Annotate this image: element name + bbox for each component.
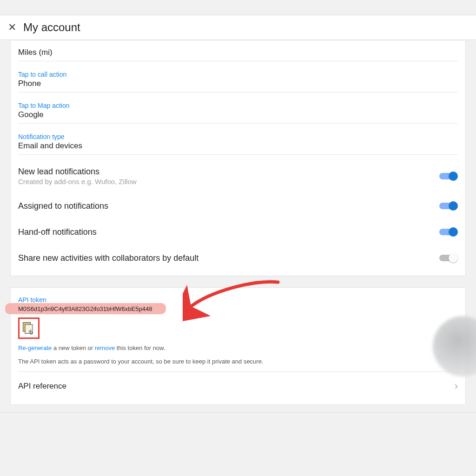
tap-to-map-field[interactable]: Tap to Map action Google: [18, 93, 458, 124]
regenerate-link[interactable]: Re-generate: [18, 344, 52, 351]
distance-unit-field[interactable]: Miles (mi): [18, 43, 458, 61]
tap-to-call-value: Phone: [18, 79, 458, 88]
token-security-note: The API token acts as a password to your…: [18, 358, 458, 371]
notification-type-value: Email and devices: [18, 141, 458, 151]
share-toggle[interactable]: [439, 252, 458, 264]
assigned-notifications-row: Assigned to notifications: [18, 189, 458, 215]
new-lead-notifications-row: New lead notifications Created by add-on…: [18, 155, 458, 189]
api-token-value: M0S6d1p3n9C4yfl3A823G2ifo31bHfW6xbE5p448: [18, 305, 152, 312]
distance-unit-value: Miles (mi): [18, 48, 458, 57]
tap-to-map-value: Google: [18, 110, 458, 119]
handoff-notifications-row: Hand-off notifications: [18, 215, 458, 241]
copy-icon: [21, 321, 36, 336]
share-title: Share new activities with collaborators …: [18, 253, 198, 263]
close-icon[interactable]: ✕: [6, 21, 19, 33]
api-reference-label: API reference: [18, 382, 66, 391]
api-token-card: API token M0S6d1p3n9C4yfl3A823G2ifo31bHf…: [10, 287, 466, 405]
tap-to-map-label: Tap to Map action: [18, 102, 458, 109]
page-title: My account: [23, 21, 80, 34]
handoff-title: Hand-off notifications: [18, 227, 97, 237]
tap-to-call-label: Tap to call action: [18, 71, 458, 78]
notification-type-field[interactable]: Notification type Email and devices: [18, 124, 458, 155]
api-token-label: API token: [18, 296, 458, 304]
handoff-toggle[interactable]: [439, 226, 458, 238]
assigned-title: Assigned to notifications: [18, 201, 108, 211]
settings-card: Miles (mi) Tap to call action Phone Tap …: [10, 40, 466, 276]
token-hint-line: Re-generate a new token or remove this t…: [18, 344, 458, 351]
page-header: ✕ My account: [0, 15, 476, 40]
notification-type-label: Notification type: [18, 133, 458, 140]
new-lead-title: New lead notifications: [18, 167, 137, 177]
chevron-right-icon: ›: [455, 380, 458, 392]
new-lead-subtitle: Created by add-ons e.g. Wufoo, Zillow: [18, 178, 137, 185]
assigned-toggle[interactable]: [439, 200, 458, 212]
api-reference-row[interactable]: API reference ›: [18, 371, 458, 401]
share-activities-row: Share new activities with collaborators …: [18, 241, 458, 267]
remove-link[interactable]: remove: [95, 344, 115, 351]
tap-to-call-field[interactable]: Tap to call action Phone: [18, 61, 458, 93]
svg-rect-1: [25, 324, 33, 334]
copy-token-button[interactable]: [18, 317, 40, 339]
new-lead-toggle[interactable]: [439, 171, 458, 182]
